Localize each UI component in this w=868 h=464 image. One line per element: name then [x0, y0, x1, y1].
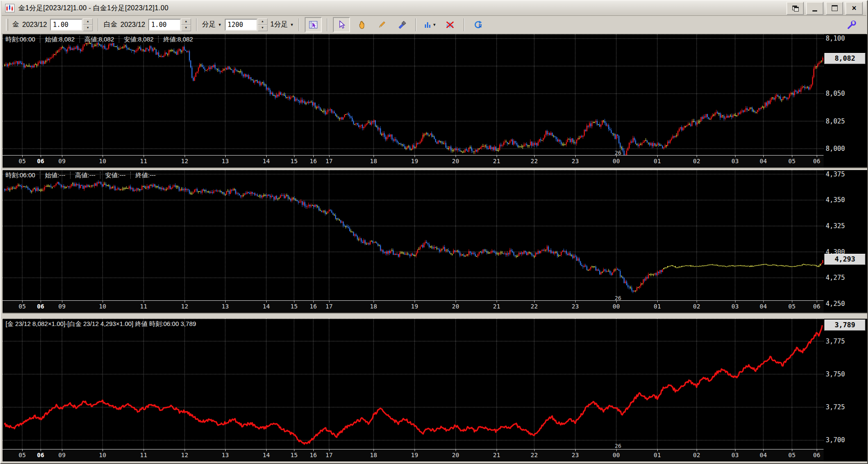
spread-formula-text: [金 23/12 8,082×1.00]-[白金 23/12 4,293×1.0…: [6, 320, 201, 327]
chart-cursor-icon: [309, 21, 318, 29]
chevron-down-icon: ▼: [218, 23, 222, 27]
x-axis-label: 10: [99, 303, 106, 310]
x-axis-label: 13: [222, 158, 229, 164]
gold-info-row: 時刻:06:00始値:8,082高値:8,082安値:8,082終値:8,082: [6, 35, 203, 44]
title-bar[interactable]: 金1分足[2023/12]1.00 - 白金1分足[2023/12]1.00 ×: [2, 1, 866, 16]
wrench-icon: [847, 20, 857, 30]
bar-count-up-button[interactable]: ▲: [258, 18, 268, 25]
chart-select-tool-button[interactable]: [305, 17, 322, 32]
float-window-button[interactable]: [786, 2, 804, 15]
gold-ratio-down-button[interactable]: ▼: [83, 25, 93, 31]
x-axis-label: 00: [613, 452, 620, 458]
x-axis-label: 05: [19, 158, 26, 164]
bar-interval-dropdown[interactable]: 1分足 ▼: [271, 20, 294, 29]
gold-ratio-up-button[interactable]: ▲: [83, 18, 93, 25]
spread-chart-panel: 26 [金 23/12 8,082×1.00]-[白金 23/12 4,293×…: [3, 319, 867, 461]
y-axis-label: 4,350: [826, 196, 845, 204]
spread-time-axis[interactable]: 0506091011121314151617181920212223000102…: [3, 449, 824, 461]
y-axis-label: 8,000: [826, 145, 845, 153]
reload-chart-button[interactable]: R: [470, 17, 487, 32]
settings-button[interactable]: [843, 17, 860, 32]
x-axis-label: 16: [310, 452, 317, 458]
x-axis-label: 23: [572, 303, 579, 310]
toolbar-separator: [464, 18, 465, 31]
y-axis-label: 3,725: [826, 403, 845, 411]
platinum-time-axis[interactable]: 0506091011121314151617181920212223000102…: [3, 300, 824, 313]
x-axis-label: 22: [531, 158, 538, 164]
hand-icon: [357, 20, 366, 29]
remove-chart-button[interactable]: [441, 17, 459, 32]
platinum-plot-area[interactable]: 26: [3, 170, 824, 302]
x-axis-label: 02: [693, 303, 700, 310]
chevron-down-icon: ▼: [290, 23, 294, 27]
gold-plot-area[interactable]: 26: [3, 34, 824, 156]
platinum-contract-month: 2023/12: [121, 21, 145, 29]
draw-line-tool-button[interactable]: [373, 17, 390, 32]
maximize-icon: [832, 5, 838, 11]
x-axis-label: 03: [732, 452, 739, 458]
x-axis-label: 04: [760, 158, 767, 164]
minimize-button[interactable]: [806, 2, 824, 15]
x-axis-label: 13: [222, 303, 229, 310]
bar-type-dropdown[interactable]: 分足 ▼: [202, 20, 222, 29]
x-axis-label: 21: [493, 303, 500, 310]
gold-contract-month: 2023/12: [22, 21, 47, 29]
x-axis-label: 11: [140, 158, 147, 164]
spread-price-axis[interactable]: 3,7753,7503,7253,7003,789: [824, 319, 867, 461]
pan-tool-button[interactable]: [353, 17, 370, 32]
x-axis-label: 06: [37, 303, 44, 310]
toolbar-separator: [299, 18, 300, 31]
bar-count-spinner: 1200 ▲ ▼: [225, 18, 268, 31]
close-button[interactable]: ×: [845, 2, 863, 15]
x-axis-label: 01: [654, 158, 661, 164]
pointer-tool-button[interactable]: [333, 17, 350, 32]
x-axis-label: 21: [493, 452, 500, 458]
gold-open-value: 始値:8,082: [45, 36, 79, 43]
marker-tool-button[interactable]: [393, 17, 410, 32]
x-axis-label: 14: [263, 303, 270, 310]
platinum-ratio-down-button[interactable]: ▼: [181, 25, 191, 31]
x-axis-label: 13: [222, 452, 229, 458]
x-axis-label: 10: [99, 158, 106, 164]
x-axis-label: 03: [732, 158, 739, 164]
x-axis-label: 20: [452, 303, 459, 310]
x-axis-label: 06: [813, 158, 821, 164]
x-axis-label: 03: [732, 303, 739, 310]
x-axis-label: 09: [59, 303, 66, 310]
x-axis-label: 05: [19, 303, 26, 310]
x-axis-label: 12: [181, 303, 188, 310]
gold-ratio-input[interactable]: 1.00: [50, 19, 82, 31]
gold-time-axis[interactable]: 0506091011121314151617181920212223000102…: [3, 155, 824, 167]
gold-time-value: 時刻:06:00: [6, 36, 40, 43]
platinum-ratio-up-button[interactable]: ▲: [181, 18, 191, 25]
maximize-button[interactable]: [826, 2, 843, 15]
toolbar-separator: [98, 18, 99, 31]
x-axis-label: 17: [326, 452, 333, 458]
bar-count-down-button[interactable]: ▼: [258, 25, 268, 31]
y-axis-label: 3,775: [826, 338, 845, 345]
chart-window: 金1分足[2023/12]1.00 - 白金1分足[2023/12]1.00 ×…: [0, 0, 868, 464]
gold-price-axis[interactable]: 8,1008,0508,0258,0008,082: [824, 34, 867, 167]
toolbar-separator: [415, 18, 416, 31]
x-axis-label: 01: [654, 452, 661, 458]
x-axis-label: 06: [37, 452, 44, 458]
platinum-low-value: 安値:---: [105, 172, 131, 179]
y-axis-label: 8,025: [826, 117, 845, 125]
platinum-ratio-spinner: 1.00 ▲ ▼: [148, 18, 191, 31]
spread-info-row: [金 23/12 8,082×1.00]-[白金 23/12 4,293×1.0…: [6, 320, 206, 328]
x-axis-label: 12: [181, 452, 188, 458]
bar-count-input[interactable]: 1200: [225, 19, 257, 31]
spread-plot-area[interactable]: 26: [3, 319, 824, 449]
date-change-label: 26: [615, 150, 621, 156]
toolbar-grip[interactable]: [6, 19, 8, 31]
platinum-ratio-input[interactable]: 1.00: [148, 19, 181, 31]
x-axis-label: 10: [99, 452, 106, 458]
y-axis-label: 4,375: [826, 170, 845, 178]
platinum-price-axis[interactable]: 4,3754,3504,3254,3004,2754,2504,293: [824, 170, 867, 313]
chart-type-button[interactable]: ▼: [421, 17, 438, 32]
toolbar-separator: [196, 18, 197, 31]
y-axis-label: 3,700: [826, 436, 845, 444]
x-axis-label: 19: [411, 303, 418, 310]
bar-chart-icon: [424, 21, 432, 29]
platinum-high-value: 高値:---: [75, 172, 101, 179]
